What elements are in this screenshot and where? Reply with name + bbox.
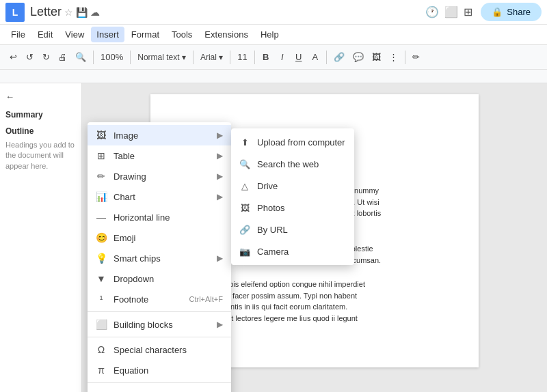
watermark-menu-icon: 🏷 [94,389,108,392]
drive-icon: △ [238,179,252,193]
image-submenu: ⬆ Upload from computer 🔍 Search the web … [231,128,354,265]
divider1 [93,51,94,64]
camera-icon: 📷 [238,244,252,258]
save-icon[interactable]: 💾 [76,7,88,18]
menu-divider-2 [88,337,231,337]
menu-item-watermark[interactable]: 🏷 Watermark [88,385,231,392]
menu-item-table[interactable]: ⊞ Table ▶ [88,145,231,166]
menu-extensions[interactable]: Extensions [199,27,254,42]
menu-divider-3 [88,382,231,383]
menu-item-blocks[interactable]: ⬜ Building blocks ▶ [88,314,231,335]
menu-bar: File Edit View Insert Format Tools Exten… [0,25,547,45]
font-select[interactable]: Arial ▾ [197,51,226,64]
cloud-icon[interactable]: ☁ [90,7,100,18]
link-btn[interactable]: 🔗 [330,50,348,64]
header-toolbar: 🕐 ⬜ ⊞ [425,5,472,18]
menu-item-dropdown[interactable]: ▼ Dropdown [88,268,231,289]
divider4 [230,51,230,64]
doc-status-icons: 💾 ☁ [76,7,100,18]
italic-btn[interactable]: I [275,50,290,64]
menu-item-emoji[interactable]: 😊 Emoji [88,227,231,248]
bold-btn[interactable]: B [258,50,274,64]
blocks-menu-icon: ⬜ [94,318,108,331]
format-bar: ↩ ↺ ↻ 🖨 🔍 100% Normal text ▾ Arial ▾ 11 … [0,45,547,70]
dropdown-menu-icon: ▼ [94,272,108,285]
sidebar-summary-label: Summary [5,110,76,120]
more-btn[interactable]: ⋮ [386,50,401,64]
equation-menu-icon: π [94,363,108,377]
menu-item-drawing[interactable]: ✏ Drawing ▶ [88,166,231,186]
menu-file[interactable]: File [5,27,31,42]
footnote-menu-icon: ¹ [94,292,108,306]
smartchips-menu-icon: 💡 [94,251,108,265]
sidebar-outline-label: Outline [5,126,76,136]
pencil-btn[interactable]: ✏ [409,50,424,64]
ruler [0,70,547,83]
history-icon[interactable]: 🕐 [425,5,439,18]
share-button[interactable]: 🔒 Share [481,3,542,21]
menu-divider-1 [88,311,231,312]
menu-item-hline[interactable]: — Horizontal line [88,207,231,227]
menu-edit[interactable]: Edit [32,27,58,42]
url-icon: 🔗 [238,223,252,236]
doc-title: Letter [30,5,62,19]
comment-btn[interactable]: 💬 [349,50,367,64]
style-select[interactable]: Normal text ▾ [134,51,189,64]
submenu-camera[interactable]: 📷 Camera [231,240,354,262]
divider3 [193,51,194,64]
fontsize-select[interactable]: 11 [234,50,250,64]
submenu-photos[interactable]: 🖼 Photos [231,197,354,219]
star-icon[interactable]: ☆ [64,7,73,18]
divider5 [254,51,255,64]
menu-view[interactable]: View [59,27,90,42]
sidebar: ← Summary Outline Headings you add to th… [0,83,82,392]
menu-item-equation[interactable]: π Equation [88,360,231,380]
submenu-upload[interactable]: ⬆ Upload from computer [231,131,354,153]
menu-item-special[interactable]: Ω Special characters [88,339,231,360]
zoom-select[interactable]: 100% [97,50,126,64]
top-bar: L Letter ☆ 💾 ☁ 🕐 ⬜ ⊞ 🔒 Share [0,0,547,25]
photos-icon: 🖼 [238,201,252,214]
lock-icon: 🔒 [492,7,503,17]
color-btn[interactable]: A [308,50,323,64]
undo2-btn[interactable]: ↺ [22,50,37,64]
image-menu-icon: 🖼 [94,128,108,142]
search-web-icon: 🔍 [238,157,252,171]
table-menu-icon: ⊞ [94,149,108,163]
chart-menu-icon: 📊 [94,190,108,204]
main-area: ← Summary Outline Headings you add to th… [0,83,547,392]
upload-icon: ⬆ [238,135,252,149]
divider2 [130,51,131,64]
redo-btn[interactable]: ↻ [38,50,53,64]
menu-item-smartchips[interactable]: 💡 Smart chips ▶ [88,248,231,268]
menu-format[interactable]: Format [126,27,165,42]
emoji-menu-icon: 😊 [94,231,108,244]
sidebar-back-btn[interactable]: ← [5,92,76,102]
submenu-drive[interactable]: △ Drive [231,175,354,197]
submenu-search[interactable]: 🔍 Search the web [231,153,354,175]
image-btn[interactable]: 🖼 [369,50,384,64]
menu-item-footnote[interactable]: ¹ Footnote Ctrl+Alt+F [88,289,231,309]
app-icon: L [5,3,25,22]
submenu-url[interactable]: 🔗 By URL [231,219,354,240]
spellcheck-btn[interactable]: 🔍 [72,50,90,64]
divider7 [405,51,405,64]
special-menu-icon: Ω [94,343,108,356]
sidebar-outline-desc: Headings you add to the document will ap… [5,140,76,171]
meeting-icon[interactable]: ⬜ [444,5,458,18]
undo-btn[interactable]: ↩ [5,50,21,64]
back-icon: ← [5,92,14,102]
underline-btn[interactable]: U [291,50,306,64]
menu-help[interactable]: Help [255,27,284,42]
drawing-menu-icon: ✏ [94,169,108,183]
grid-icon[interactable]: ⊞ [464,5,472,18]
menu-item-image[interactable]: 🖼 Image ▶ [88,125,231,145]
hline-menu-icon: — [94,210,108,224]
menu-insert[interactable]: Insert [91,27,124,42]
menu-item-chart[interactable]: 📊 Chart ▶ [88,186,231,207]
menu-tools[interactable]: Tools [166,27,198,42]
insert-menu: 🖼 Image ▶ ⊞ Table ▶ ✏ Drawing ▶ 📊 Chart … [88,122,231,392]
divider6 [326,51,327,64]
print-btn[interactable]: 🖨 [55,50,70,64]
